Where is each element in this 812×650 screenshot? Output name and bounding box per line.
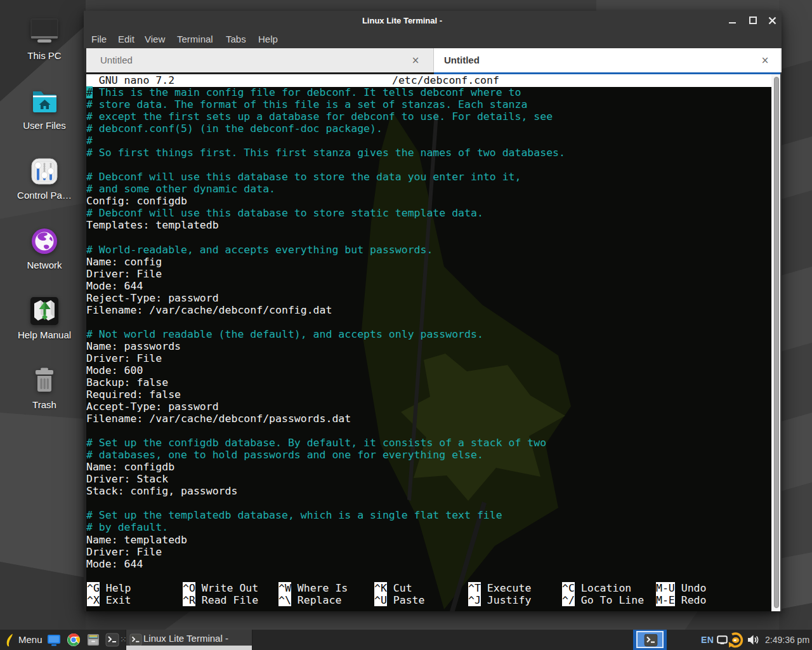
nano-shortcut: ^J Justify xyxy=(468,594,531,606)
terminal-pane[interactable]: GNU nano 7.2/etc/debconf.conf# This is t… xyxy=(84,72,782,611)
display-launcher-icon[interactable] xyxy=(47,633,61,647)
desktop-icon-help-manual[interactable]: Help Manual xyxy=(6,296,82,340)
nano-buffer-line: # Set up the configdb database. By defau… xyxy=(86,437,771,449)
nano-shortcut-row: ^G Help^O Write Out^W Where Is^K Cut^T E… xyxy=(86,582,771,595)
tab-close-icon[interactable]: × xyxy=(759,54,771,67)
nano-buffer-line: # Set up the templatedb database, which … xyxy=(86,509,771,522)
desktop-icon-control-panel[interactable]: Control Pa… xyxy=(6,156,82,201)
nano-buffer-line: # World-readable, and accepts everything… xyxy=(86,244,771,256)
nano-buffer-line: Driver: File xyxy=(86,352,771,365)
desktop-icon-user-files[interactable]: User Files xyxy=(6,86,82,131)
scrollbar-thumb[interactable] xyxy=(774,77,779,608)
linux-lite-logo-icon xyxy=(5,633,15,647)
nano-buffer-line: Mode: 644 xyxy=(86,280,771,293)
nano-shortcut-row: ^X Exit^R Read File^\ Replace^U Paste^J … xyxy=(86,594,771,607)
nano-shortcut: ^\ Replace xyxy=(278,594,341,606)
keyboard-layout-indicator[interactable]: EN xyxy=(701,630,714,650)
nano-buffer-line: Templates: templatedb xyxy=(86,219,771,232)
display-tray-icon[interactable] xyxy=(717,635,728,644)
trash-icon xyxy=(29,366,60,396)
chrome-launcher-icon[interactable] xyxy=(67,633,81,647)
terminal-right-edge xyxy=(780,72,782,611)
menu-edit[interactable]: Edit xyxy=(118,30,134,48)
nano-cursor: # xyxy=(86,86,93,98)
minimize-button[interactable] xyxy=(724,11,741,30)
close-icon xyxy=(768,17,776,25)
nano-buffer-line: # So first things first. This first stan… xyxy=(86,147,771,159)
nano-shortcut: ^T Execute xyxy=(468,582,531,594)
terminal-launcher-icon[interactable] xyxy=(105,633,119,647)
volume-tray-icon[interactable] xyxy=(747,635,759,645)
nano-buffer-line: Stack: config, passwords xyxy=(86,485,771,498)
desktop-icon-label: Control Pa… xyxy=(6,190,82,201)
taskbar-separator[interactable]: ⁙ xyxy=(120,630,125,650)
this-pc-icon xyxy=(29,17,60,47)
nano-shortcut: ^K Cut xyxy=(374,582,412,594)
maximize-button[interactable] xyxy=(745,11,761,30)
nano-buffer-line xyxy=(86,425,771,437)
menu-view[interactable]: View xyxy=(145,30,165,48)
menu-tabs[interactable]: Tabs xyxy=(226,30,246,48)
tab-label: Untitled xyxy=(444,48,480,72)
desktop-icon-label: Help Manual xyxy=(6,329,82,340)
nano-buffer-line: # Not world readable (the default), and … xyxy=(86,328,771,341)
taskbar-window-button[interactable]: Linux Lite Terminal - xyxy=(126,630,252,650)
tray-terminal-button[interactable] xyxy=(633,630,667,650)
terminal-screen[interactable]: GNU nano 7.2/etc/debconf.conf# This is t… xyxy=(86,74,771,611)
desktop-icon-label: Trash xyxy=(6,399,82,410)
nano-buffer-line: # Debconf will use this database to stor… xyxy=(86,171,771,183)
menu-button-label: Menu xyxy=(18,630,43,650)
nano-buffer-line: Config: configdb xyxy=(86,195,771,208)
close-button[interactable] xyxy=(764,11,780,30)
taskbar-window-button-label: Linux Lite Terminal - xyxy=(143,630,228,646)
nano-buffer-line: Reject-Type: password xyxy=(86,292,771,305)
nano-buffer-line: Name: config xyxy=(86,256,771,269)
nano-shortcut: ^O Write Out xyxy=(183,582,258,594)
desktop-icon-this-pc[interactable]: This PC xyxy=(6,17,82,61)
nano-buffer-line: Filename: /var/cache/debconf/config.dat xyxy=(86,304,771,317)
clock[interactable]: 2:49:36 pm xyxy=(765,630,809,650)
nano-buffer-line xyxy=(86,232,771,244)
nano-buffer-line: # except the first sets up a database fo… xyxy=(86,110,771,123)
nano-buffer-line: Driver: File xyxy=(86,268,771,281)
menu-bar: File Edit View Terminal Tabs Help xyxy=(84,30,782,48)
desktop-icon-label: User Files xyxy=(6,120,82,131)
taskbar: Menu ⁙ Linux Lite Terminal - xyxy=(0,630,812,650)
tab-untitled-2[interactable]: Untitled × xyxy=(434,48,780,72)
desktop-icon-network[interactable]: Network xyxy=(6,226,82,270)
window-titlebar[interactable]: Linux Lite Terminal - xyxy=(84,11,782,30)
file-manager-launcher-icon[interactable] xyxy=(86,633,100,647)
nano-shortcut: ^/ Go To Line xyxy=(562,594,644,606)
updates-tray-icon[interactable] xyxy=(728,632,743,648)
menu-file[interactable]: File xyxy=(91,30,107,48)
tab-label: Untitled xyxy=(100,48,133,72)
nano-buffer-line: # xyxy=(86,135,771,147)
tray-terminal-icon xyxy=(644,634,658,647)
tab-untitled-1[interactable]: Untitled × xyxy=(86,48,434,72)
desktop-icon-trash[interactable]: Trash xyxy=(6,366,82,410)
network-icon xyxy=(29,226,60,256)
minimize-icon xyxy=(729,17,737,24)
menu-help[interactable]: Help xyxy=(258,30,278,48)
menu-terminal[interactable]: Terminal xyxy=(177,30,213,48)
nano-shortcut: M-U Undo xyxy=(656,582,706,594)
help-manual-icon xyxy=(29,296,60,326)
nano-buffer-line: Driver: Stack xyxy=(86,473,771,486)
nano-buffer-line: # and some other dynamic data. xyxy=(86,183,771,196)
nano-buffer-line: Name: templatedb xyxy=(86,534,771,547)
nano-buffer-line xyxy=(86,497,771,510)
nano-buffer-line: Mode: 644 xyxy=(86,558,771,571)
desktop-icon-label: Network xyxy=(6,260,82,270)
menu-button[interactable]: Menu xyxy=(0,630,44,650)
terminal-task-icon xyxy=(129,633,142,646)
nano-shortcut: ^R Read File xyxy=(183,594,258,606)
terminal-scrollbar[interactable] xyxy=(771,74,780,611)
taskbar-active-indicator xyxy=(126,646,252,650)
tab-close-icon[interactable]: × xyxy=(409,54,422,67)
nano-shortcut: ^C Location xyxy=(562,582,631,594)
nano-filename: /etc/debconf.conf xyxy=(392,74,499,86)
nano-buffer-line: Accept-Type: password xyxy=(86,401,771,413)
nano-buffer-line: Backup: false xyxy=(86,376,771,389)
nano-buffer-line xyxy=(86,159,771,171)
nano-buffer-line xyxy=(86,316,771,329)
